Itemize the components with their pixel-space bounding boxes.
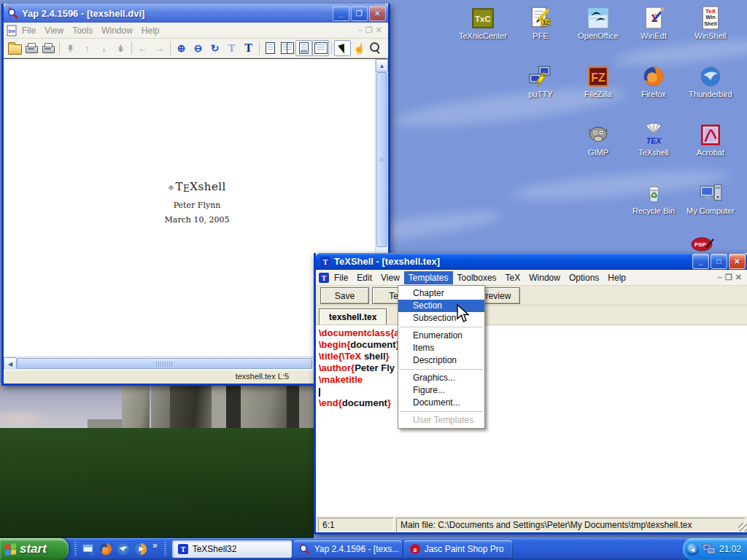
last-page-icon[interactable]: ↡ [112, 40, 129, 56]
code-editor[interactable]: \documentclass{a\begin{document}\title{\… [316, 325, 747, 516]
maximize-button[interactable]: □ [711, 254, 727, 269]
open-icon[interactable] [7, 40, 23, 56]
desktop-icon-mycomputer[interactable]: My Computer [683, 181, 738, 215]
vertical-scroll-thumb[interactable] [376, 72, 387, 247]
menu-item-enumeration[interactable]: Enumeration [398, 330, 484, 342]
menu-item-graphics[interactable]: Graphics... [398, 372, 484, 384]
quick-launch-overflow-chevron[interactable]: » [152, 540, 158, 551]
taskbar-button-label: Yap 2.4.1596 - [texs... [314, 544, 400, 554]
yap-menu-tools[interactable]: Tools [68, 24, 97, 37]
print-setup-icon[interactable] [40, 40, 57, 56]
desktop-icon-putty[interactable]: puTTY [513, 64, 568, 98]
hide-icons-chevron-button[interactable]: ◂ [686, 543, 699, 556]
back-icon[interactable]: ← [134, 40, 151, 56]
menu-separator [400, 327, 483, 327]
hand-tool-icon[interactable]: ☝ [351, 40, 368, 56]
pfe-icon: 32 [528, 6, 553, 31]
yap-titlebar[interactable]: Yap 2.4.1596 - [texshell.dvi] _ ❐ ✕ [4, 4, 388, 23]
menu-edit[interactable]: Edit [352, 271, 376, 284]
yap-menu-file[interactable]: File [18, 24, 40, 37]
facing-pages-view-icon[interactable] [279, 40, 295, 56]
first-page-icon[interactable]: ↟ [62, 40, 79, 56]
menu-toolboxes[interactable]: Toolboxes [453, 271, 501, 284]
quick-launch-firefox-icon[interactable] [99, 542, 112, 556]
mdi-minimize-button[interactable]: – [718, 273, 722, 282]
desktop-icon-acrobat[interactable]: Acrobat [683, 122, 738, 157]
desktop-icon-thunderbird[interactable]: Thunderbird [683, 64, 738, 98]
toolbar-handle[interactable] [164, 542, 166, 556]
single-page-view-icon[interactable] [262, 40, 279, 56]
desktop-icon-pfe[interactable]: 32PFE [513, 6, 568, 40]
save-button[interactable]: Save [320, 287, 369, 304]
horizontal-scroll-thumb[interactable] [17, 358, 312, 369]
minimize-button[interactable]: _ [692, 254, 709, 269]
menu-item-subsection[interactable]: Subsection [398, 312, 484, 324]
start-button[interactable]: start [0, 538, 69, 560]
measure-tool-icon[interactable]: T [223, 40, 240, 56]
tab-texshell-tex[interactable]: texshell.tex [319, 308, 387, 324]
text-tool-icon[interactable]: T [240, 40, 257, 56]
select-tool-icon[interactable] [334, 40, 351, 56]
menu-help[interactable]: Help [603, 271, 630, 284]
minimize-button[interactable]: _ [333, 6, 349, 21]
mdi-close-button[interactable]: ✕ [735, 273, 742, 282]
continuous-facing-view-icon[interactable] [312, 40, 329, 56]
taskbar-button-yapwin[interactable]: Yap 2.4.1596 - [texs... [294, 540, 402, 558]
desktop-icon-winshell[interactable]: TeXWinShellWinShell [683, 6, 738, 40]
menu-item-document[interactable]: Document... [398, 397, 484, 409]
quick-launch-desktop-icon[interactable] [82, 542, 95, 556]
desktop-icon-recyclebin[interactable]: ♻Recycle Bin [626, 181, 681, 215]
mdi-close-button[interactable]: ✕ [376, 26, 382, 35]
refresh-icon[interactable]: ↻ [206, 40, 223, 56]
close-button[interactable]: ✕ [369, 6, 386, 21]
mdi-minimize-button[interactable]: – [358, 26, 363, 35]
taskbar-button-psp[interactable]: 8Jasc Paint Shop Pro [404, 540, 512, 558]
resize-grip[interactable] [738, 523, 747, 532]
toolbar-handle[interactable] [74, 542, 77, 556]
print-icon[interactable] [23, 40, 40, 56]
desktop-icon-gimp[interactable]: GIMP [570, 122, 626, 157]
menu-item-description[interactable]: Description [398, 354, 484, 367]
continuous-view-icon[interactable] [295, 40, 312, 56]
menu-tex[interactable]: TeX [501, 271, 525, 284]
mdi-restore-button[interactable]: ❐ [725, 273, 732, 282]
quick-launch-media-player-icon[interactable] [134, 542, 147, 556]
desktop-icon-label: puTTY [513, 90, 568, 98]
next-page-icon[interactable]: ↓ [96, 40, 112, 56]
taskbar-button-label: Jasc Paint Shop Pro [425, 544, 504, 554]
menu-item-user-templates[interactable]: User Templates [398, 414, 484, 427]
zoom-in-icon[interactable]: ⊕ [173, 40, 190, 56]
yap-menu-help[interactable]: Help [137, 24, 164, 37]
desktop-icon-filezilla[interactable]: FZFileZilla [570, 64, 626, 98]
desktop-icon-openoffice[interactable]: OpenOffice [570, 6, 626, 40]
quick-launch-thunderbird-icon[interactable] [117, 542, 130, 556]
menu-item-items[interactable]: Items [398, 342, 484, 354]
scroll-up-button[interactable]: ▲ [376, 59, 388, 72]
menu-templates[interactable]: Templates [404, 271, 453, 284]
yap-menu-view[interactable]: View [40, 24, 68, 37]
mdi-restore-button[interactable]: ❐ [365, 26, 373, 35]
menu-item-section[interactable]: Section [398, 300, 484, 312]
menu-view[interactable]: View [376, 271, 404, 284]
stone [151, 383, 170, 433]
magnifier-tool-icon[interactable] [368, 40, 384, 56]
desktop-icon-winedt[interactable]: ΣWinEdt [626, 6, 681, 40]
forward-icon[interactable]: → [151, 40, 168, 56]
desktop-icon-paintshoppro[interactable]: PSP [690, 235, 715, 252]
menu-file[interactable]: File [330, 271, 352, 284]
maximize-button[interactable]: ❐ [351, 6, 368, 21]
network-icon[interactable] [703, 543, 716, 555]
menu-item-chapter[interactable]: Chapter [398, 287, 484, 300]
taskbar-button-texshellwin[interactable]: TTeXShell32 [172, 540, 292, 558]
zoom-out-icon[interactable]: ⊖ [190, 40, 206, 56]
texshell-titlebar[interactable]: T TeXShell - [texshell.tex] _ □ ✕ [316, 253, 747, 270]
prev-page-icon[interactable]: ↑ [79, 40, 96, 56]
menu-options[interactable]: Options [565, 271, 603, 284]
desktop-icon-firefox[interactable]: Firefox [626, 64, 681, 98]
close-button[interactable]: ✕ [729, 254, 746, 269]
menu-window[interactable]: Window [525, 271, 565, 284]
desktop-icon-texniccenter[interactable]: TxCTeXnicCenter [455, 6, 511, 40]
yap-menu-window[interactable]: Window [97, 24, 137, 37]
desktop-icon-texshell[interactable]: TEXTeXshell [626, 122, 681, 157]
menu-item-figure[interactable]: Figure... [398, 384, 484, 397]
